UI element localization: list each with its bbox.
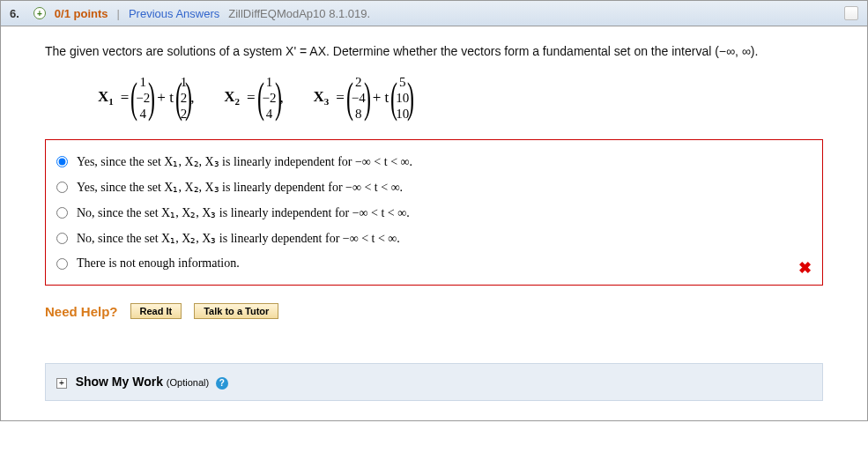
talk-to-tutor-button[interactable]: Talk to a Tutor [194, 303, 278, 319]
choice-4-radio[interactable] [56, 233, 68, 244]
previous-answers-link[interactable]: Previous Answers [129, 7, 219, 20]
choice-2[interactable]: Yes, since the set X₁, X₂, X₃ is linearl… [56, 174, 812, 200]
vector-x3: X3 = ( 2 −4 8 ) + t ( 5 10 10 ) [313, 73, 412, 122]
choice-5-text: There is not enough information. [77, 256, 240, 271]
choice-5-radio[interactable] [56, 258, 68, 270]
expand-smw-icon[interactable]: + [56, 378, 67, 389]
choice-2-radio[interactable] [56, 182, 68, 193]
choice-4[interactable]: No, since the set X₁, X₂, X₃ is linearly… [56, 226, 812, 251]
show-my-work-label: Show My Work (Optional) [76, 375, 210, 389]
vector-x1: X1 = ( 1 −2 4 ) + t ( 1 2 2 ) , [98, 73, 195, 122]
help-icon[interactable]: ? [216, 377, 228, 390]
read-it-button[interactable]: Read It [130, 303, 182, 319]
show-my-work-panel[interactable]: + Show My Work (Optional) ? [45, 363, 823, 401]
need-help-label: Need Help? [45, 304, 118, 319]
incorrect-icon: ✖ [798, 258, 812, 278]
choice-2-text: Yes, since the set X₁, X₂, X₃ is linearl… [77, 180, 403, 195]
separator: | [117, 7, 120, 20]
question-source: ZillDiffEQModAp10 8.1.019. [228, 7, 370, 20]
choice-1-text: Yes, since the set X₁, X₂, X₃ is linearl… [77, 154, 412, 169]
choice-1-radio[interactable] [56, 156, 68, 167]
question-header: 6. + 0/1 points | Previous Answers ZillD… [1, 1, 867, 26]
vector-equations: X1 = ( 1 −2 4 ) + t ( 1 2 2 ) , [98, 73, 823, 122]
choice-5[interactable]: There is not enough information. [56, 251, 812, 276]
choice-1[interactable]: Yes, since the set X₁, X₂, X₃ is linearl… [56, 149, 812, 174]
notes-icon[interactable] [844, 6, 858, 20]
question-prompt: The given vectors are solutions of a sys… [45, 42, 823, 61]
choice-4-text: No, since the set X₁, X₂, X₃ is linearly… [77, 231, 400, 246]
question-number: 6. [10, 7, 19, 20]
expand-icon[interactable]: + [33, 7, 46, 19]
points-label: 0/1 points [55, 7, 108, 20]
choice-3-radio[interactable] [56, 207, 68, 219]
need-help-row: Need Help? Read It Talk to a Tutor [45, 303, 823, 319]
answer-choices-box: Yes, since the set X₁, X₂, X₃ is linearl… [45, 139, 823, 286]
choice-3[interactable]: No, since the set X₁, X₂, X₃ is linearly… [56, 200, 812, 226]
vector-x2: X2 = ( 1 −2 4 ) , [224, 73, 284, 122]
choice-3-text: No, since the set X₁, X₂, X₃ is linearly… [77, 205, 410, 220]
